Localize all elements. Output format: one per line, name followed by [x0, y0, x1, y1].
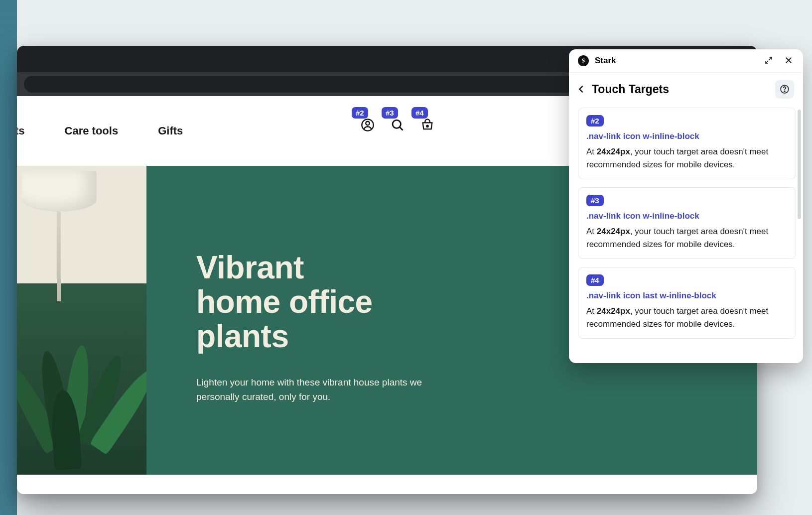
issue-badge: #4 [586, 274, 604, 286]
nav-links: ts Care tools Gifts [17, 125, 183, 137]
left-sliver [0, 0, 17, 515]
issue-selector: .nav-link icon w-inline-block [586, 211, 788, 221]
cart-icon[interactable]: #4 [420, 118, 434, 132]
lamp-graphic [22, 171, 97, 300]
account-icon[interactable]: #2 [361, 118, 375, 132]
close-icon[interactable] [784, 56, 794, 66]
svg-point-9 [366, 122, 369, 125]
help-button[interactable] [775, 80, 794, 99]
hero-subtitle: Lighten your home with these vibrant hou… [196, 376, 430, 404]
issue-card-2[interactable]: #2 .nav-link icon w-inline-block At 24x2… [578, 108, 796, 179]
address-bar[interactable] [24, 76, 584, 93]
issue-description: At 24x24px, your touch target area doesn… [586, 145, 788, 171]
issue-badge-4: #4 [411, 107, 428, 119]
issue-description: At 24x24px, your touch target area doesn… [586, 305, 788, 330]
nav-link-care-tools[interactable]: Care tools [65, 125, 119, 137]
svg-point-10 [393, 120, 401, 128]
stark-subheader: Touch Targets [569, 73, 803, 108]
issue-badge-2: #2 [352, 107, 368, 119]
stark-brand: Stark [595, 56, 758, 66]
section-title: Touch Targets [592, 83, 770, 96]
scrollbar[interactable] [798, 110, 801, 219]
svg-point-12 [426, 126, 428, 128]
search-icon[interactable]: #3 [391, 118, 405, 132]
issue-badge-3: #3 [382, 107, 398, 119]
svg-line-11 [400, 127, 403, 130]
issue-selector: .nav-link icon w-inline-block [586, 131, 788, 141]
stark-logo-icon [578, 55, 589, 66]
hero-image [17, 166, 146, 475]
issue-selector: .nav-link icon last w-inline-block [586, 291, 788, 301]
issue-card-4[interactable]: #4 .nav-link icon last w-inline-block At… [578, 267, 796, 339]
plant-graphic [17, 305, 146, 475]
stark-header: Stark [569, 49, 803, 73]
stark-panel: Stark Touch Targets #2 .nav-link icon w-… [569, 49, 803, 363]
issue-badge: #2 [586, 115, 604, 127]
nav-link-gifts[interactable]: Gifts [158, 125, 183, 137]
issue-card-3[interactable]: #3 .nav-link icon w-inline-block At 24x2… [578, 187, 796, 259]
nav-link-partial[interactable]: ts [17, 125, 25, 137]
expand-icon[interactable] [764, 56, 774, 66]
hero-title: Vibrant home office plants [196, 251, 430, 354]
back-icon[interactable] [576, 84, 587, 95]
issue-description: At 24x24px, your touch target area doesn… [586, 225, 788, 251]
stark-body: #2 .nav-link icon w-inline-block At 24x2… [569, 108, 803, 363]
svg-point-16 [784, 91, 785, 92]
issue-badge: #3 [586, 195, 604, 206]
